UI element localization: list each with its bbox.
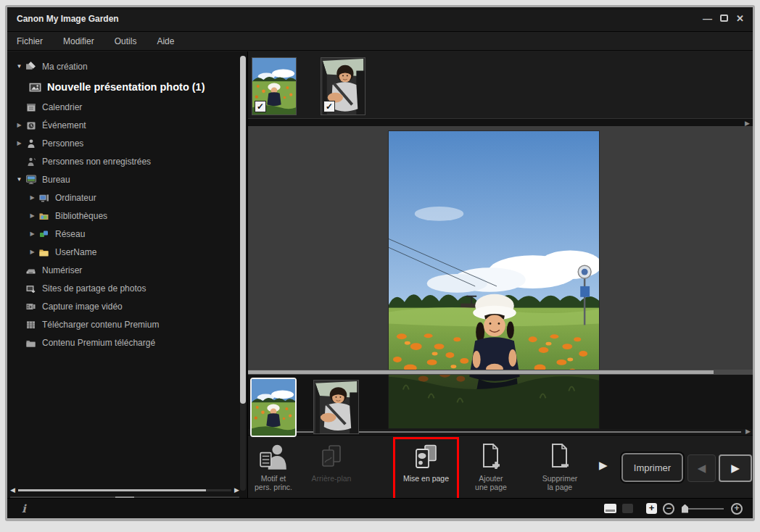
add-page-icon [476, 441, 505, 472]
scroll-right-icon[interactable]: ▶ [745, 428, 751, 435]
sidebar-item-numeriser[interactable]: Numériser [7, 261, 247, 279]
scroll-right-icon[interactable]: ▶ [234, 486, 239, 494]
sidebar-item-label: Sites de partage de photos [42, 283, 146, 294]
photo-layout-icon [29, 81, 41, 92]
photo-sharing-icon [25, 283, 36, 294]
maximize-icon [720, 14, 728, 22]
sidebar-item-nouvelle-presentation[interactable]: Nouvelle présentation photo (1) [7, 75, 247, 98]
imprimer-button[interactable]: Imprimer [621, 453, 683, 482]
menu-item-aide[interactable]: Aide [157, 36, 174, 46]
zoom-slider-thumb[interactable] [682, 504, 688, 513]
sidebar-item-label: Numériser [42, 265, 82, 275]
edit-toolbar: Motif etpers. princ. Arrière-plan [248, 435, 754, 502]
person-icon [26, 138, 36, 149]
desktop-icon [25, 174, 37, 185]
sidebar-item-bibliotheques[interactable]: ▶ Bibliothèques [7, 207, 247, 225]
sidebar-item-calendrier[interactable]: Calendrier [7, 98, 247, 116]
sidebar-item-ordinateur[interactable]: ▶ Ordinateur [7, 188, 247, 207]
sidebar-item-contenu-premium[interactable]: Contenu Premium téléchargé [7, 333, 247, 352]
material-thumbnail-field[interactable]: ✓ [252, 57, 297, 115]
material-thumbnail-car[interactable]: ✓ [321, 57, 365, 115]
sidebar-item-evenement[interactable]: ▶ Événement [7, 116, 247, 134]
page-thumbnail[interactable] [313, 380, 359, 434]
thumbnail-checkbox-checked[interactable]: ✓ [255, 101, 266, 112]
toolbar-more-chevron-icon[interactable]: ▶ [599, 459, 608, 472]
sidebar-item-label: Ordinateur [55, 193, 96, 203]
arriere-plan-button-label: Arrière-plan [312, 474, 352, 483]
sidebar-item-label: Réseau [55, 229, 85, 239]
sidebar-item-label: Bibliothèques [55, 211, 107, 221]
sidebar-item-label: Bureau [42, 175, 70, 185]
sidebar-horizontal-scrollbar-track[interactable] [18, 489, 231, 491]
sidebar-item-label: Contenu Premium téléchargé [42, 338, 155, 348]
sidebar-vertical-scrollbar-thumb[interactable] [240, 56, 246, 404]
next-button[interactable]: ▶ [719, 454, 752, 482]
mise-en-page-button[interactable]: Mise en page [397, 439, 455, 499]
menu-item-fichier[interactable]: Fichier [17, 36, 43, 46]
motif-button[interactable]: Motif etpers. princ. [247, 439, 300, 499]
sidebar-item-bureau[interactable]: ▼ Bureau [7, 170, 247, 188]
sidebar-item-label: Calendrier [42, 102, 82, 112]
sidebar-item-personnes-non-enregistrees[interactable]: Personnes non enregistrées [7, 152, 247, 170]
sidebar-item-personnes[interactable]: ▶ Personnes [7, 134, 247, 152]
zoom-slider[interactable] [682, 504, 724, 513]
sidebar-item-label: UserName [55, 247, 96, 257]
window-title: Canon My Image Garden [17, 14, 119, 24]
expander-right-icon[interactable]: ▶ [15, 140, 24, 146]
zoom-out-icon[interactable]: − [663, 503, 674, 515]
sidebar: ▼ Ma création Nouvelle présentation phot… [7, 51, 248, 502]
supprimer-page-button-label: Supprimerla page [542, 474, 577, 491]
sidebar-item-username[interactable]: ▶ UserName [7, 243, 247, 261]
expander-right-icon[interactable]: ▶ [28, 194, 37, 201]
canvas-horizontal-scrollbar[interactable] [248, 370, 754, 375]
zoom-in-icon[interactable]: + [731, 503, 743, 515]
expander-down-icon[interactable]: ▼ [15, 176, 24, 183]
sidebar-item-ma-creation[interactable]: ▼ Ma création [7, 57, 247, 75]
motif-button-label: Motif etpers. princ. [255, 474, 292, 491]
sidebar-item-label: Télécharger contenu Premium [42, 320, 159, 330]
info-icon[interactable]: i [22, 502, 26, 515]
fit-to-window-icon[interactable]: + [646, 503, 657, 514]
canvas-scrollbar-thumb[interactable] [248, 370, 714, 374]
thumbnail-view-icon[interactable] [622, 504, 633, 513]
video-capture-icon [25, 302, 36, 312]
person-unregistered-icon [26, 157, 36, 167]
expander-right-icon[interactable]: ▶ [28, 212, 37, 219]
sidebar-horizontal-scrollbar-thumb[interactable] [18, 489, 206, 491]
scroll-left-icon[interactable]: ◀ [10, 486, 15, 494]
view-controls: + − + [604, 499, 743, 518]
sidebar-vertical-scrollbar[interactable] [240, 56, 246, 491]
car-photo-page-thumbnail [314, 381, 358, 433]
thumbnail-checkbox-checked[interactable]: ✓ [323, 101, 335, 112]
title-bar[interactable]: Canon My Image Garden — ✕ [7, 7, 753, 31]
delete-page-icon [545, 441, 574, 472]
maximize-button[interactable] [720, 13, 728, 25]
close-button[interactable]: ✕ [736, 13, 744, 25]
sidebar-item-telecharger-premium[interactable]: Télécharger contenu Premium [7, 315, 247, 333]
page-thumbnail-selected[interactable] [250, 378, 297, 437]
expander-right-icon[interactable]: ▶ [15, 122, 24, 128]
single-view-icon[interactable] [604, 504, 616, 513]
expander-right-icon[interactable]: ▶ [28, 249, 37, 255]
my-art-icon [25, 61, 36, 72]
sidebar-item-reseau[interactable]: ▶ Réseau [7, 225, 247, 243]
sidebar-item-label: Événement [42, 120, 86, 130]
sidebar-horizontal-scrollbar[interactable]: ◀ ▶ [10, 486, 239, 494]
supprimer-page-button[interactable]: Supprimerla page [534, 439, 586, 499]
premium-downloaded-folder-icon [25, 338, 36, 348]
arrow-left-icon: ◀ [698, 462, 706, 475]
event-icon [26, 120, 36, 130]
expander-down-icon[interactable]: ▼ [15, 63, 24, 70]
menu-item-modifier[interactable]: Modifier [63, 36, 94, 46]
expander-right-icon[interactable]: ▶ [28, 230, 37, 237]
minimize-button[interactable]: — [703, 13, 712, 25]
menu-item-outils[interactable]: Outils [115, 36, 137, 46]
ajouter-page-button[interactable]: Ajouterune page [465, 439, 517, 499]
materials-strip-scrollbar[interactable]: ▶ [248, 118, 754, 126]
sidebar-item-sites-partage[interactable]: Sites de partage de photos [7, 279, 247, 297]
sidebar-item-capture-video[interactable]: Capture image vidéo [7, 297, 247, 315]
status-bar: i + − + [7, 498, 753, 518]
calendar-icon [26, 102, 36, 112]
field-photo-page-thumbnail [252, 379, 295, 436]
layout-pages-icon [412, 443, 441, 472]
